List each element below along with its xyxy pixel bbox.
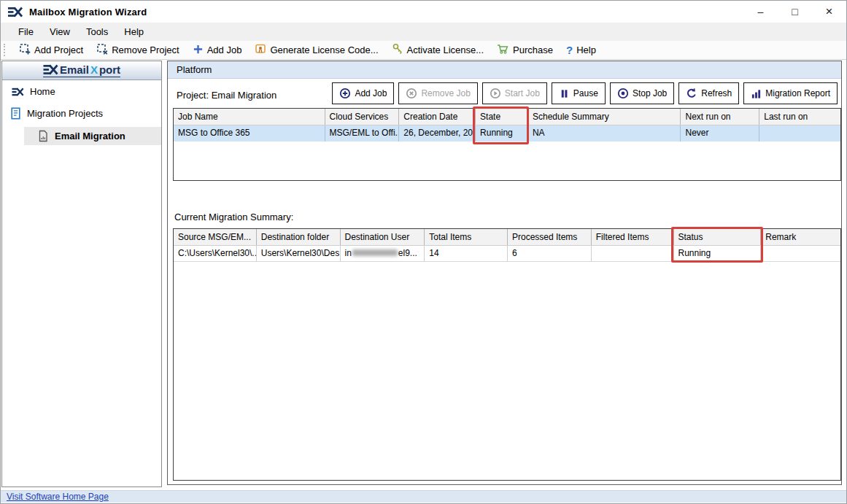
toolbar-remove-project[interactable]: Remove Project bbox=[90, 41, 185, 59]
cell-schedule-summary: NA bbox=[528, 125, 681, 141]
jobs-table: Job Name Cloud Services Creation Date St… bbox=[173, 108, 841, 181]
add-project-icon bbox=[19, 43, 31, 57]
cell-remark bbox=[761, 246, 840, 261]
panel-title: Platform bbox=[177, 64, 212, 75]
home-page-link[interactable]: Visit Software Home Page bbox=[7, 492, 109, 502]
sidebar-item-label: Home bbox=[30, 86, 55, 97]
pause-button[interactable]: Pause bbox=[552, 82, 606, 104]
toolbar-help-label: Help bbox=[576, 44, 596, 55]
toolbar-activate-license[interactable]: Activate License... bbox=[385, 41, 491, 59]
cell-cloud-services: MSG/EML to Offi... bbox=[325, 125, 400, 141]
app-window: Mailbox Migration Wizard – □ × File View… bbox=[0, 0, 847, 504]
toolbar-grip[interactable] bbox=[4, 44, 7, 56]
window-controls: – □ × bbox=[743, 1, 846, 23]
cell-filtered-items bbox=[592, 246, 674, 261]
start-job-button[interactable]: Start Job bbox=[482, 82, 547, 104]
refresh-button-label: Refresh bbox=[701, 88, 732, 98]
refresh-icon bbox=[686, 88, 697, 99]
sidebar: EmailXport Home Migration Pro bbox=[1, 61, 162, 487]
column-header-processed-items[interactable]: Processed Items bbox=[508, 229, 592, 245]
toolbar-remove-project-label: Remove Project bbox=[112, 44, 179, 55]
sidebar-item-label: Migration Projects bbox=[27, 108, 103, 119]
document-list-icon bbox=[10, 107, 21, 120]
column-header-filtered-items[interactable]: Filtered Items bbox=[592, 229, 674, 245]
cell-destination-folder: Users\Kernel30\Des... bbox=[257, 246, 341, 261]
menu-file[interactable]: File bbox=[10, 24, 42, 39]
summary-table: Source MSG/EM... Destination folder Dest… bbox=[173, 228, 841, 481]
circle-play-icon bbox=[490, 88, 501, 99]
column-header-last-run-on[interactable]: Last run on bbox=[759, 109, 840, 125]
main-panel: Platform Project: Email Migration Add Jo… bbox=[167, 61, 842, 485]
refresh-button[interactable]: Refresh bbox=[678, 82, 739, 104]
start-job-button-label: Start Job bbox=[505, 88, 540, 98]
migration-report-button[interactable]: Migration Report bbox=[743, 82, 838, 104]
stop-job-button-label: Stop Job bbox=[633, 88, 667, 98]
column-header-cloud-services[interactable]: Cloud Services bbox=[325, 109, 400, 125]
cell-next-run-on: Never bbox=[681, 125, 759, 141]
brand-accent: X bbox=[90, 63, 98, 76]
bar-chart-icon bbox=[751, 88, 762, 99]
column-header-state[interactable]: State bbox=[476, 109, 528, 125]
column-header-status[interactable]: Status bbox=[674, 229, 762, 245]
toolbar-add-project[interactable]: Add Project bbox=[12, 41, 90, 59]
add-job-button[interactable]: Add Job bbox=[332, 82, 394, 104]
toolbar-add-job-label: Add Job bbox=[207, 44, 242, 55]
brand-suffix: port bbox=[99, 63, 120, 76]
pause-icon bbox=[559, 88, 570, 99]
remove-project-icon bbox=[96, 43, 108, 57]
sidebar-item-home[interactable]: Home bbox=[12, 86, 55, 97]
ex-logo-icon bbox=[43, 64, 58, 75]
ex-logo-icon bbox=[12, 88, 24, 96]
add-job-button-label: Add Job bbox=[355, 88, 387, 98]
jobs-table-row[interactable]: MSG to Office 365 MSG/EML to Offi... 26,… bbox=[174, 125, 840, 141]
app-logo-icon bbox=[8, 7, 23, 18]
close-button[interactable]: × bbox=[812, 1, 846, 23]
toolbar-generate-license-label: Generate License Code... bbox=[270, 44, 378, 55]
menu-view[interactable]: View bbox=[42, 24, 78, 39]
toolbar-help[interactable]: ? Help bbox=[560, 41, 603, 59]
cart-icon bbox=[497, 43, 509, 57]
column-header-destination-folder[interactable]: Destination folder bbox=[257, 229, 341, 245]
column-header-creation-date[interactable]: Creation Date bbox=[399, 109, 476, 125]
menu-help[interactable]: Help bbox=[116, 24, 152, 39]
maximize-button[interactable]: □ bbox=[778, 1, 812, 23]
menu-tools[interactable]: Tools bbox=[78, 24, 116, 39]
cell-status: Running bbox=[674, 246, 762, 261]
plus-icon bbox=[193, 44, 204, 57]
stop-job-button[interactable]: Stop Job bbox=[610, 82, 674, 104]
key-icon bbox=[392, 43, 403, 57]
toolbar-purchase-label: Purchase bbox=[513, 44, 553, 55]
summary-table-row[interactable]: C:\Users\Kernel30\... Users\Kernel30\Des… bbox=[174, 246, 840, 262]
brand-logo: EmailXport bbox=[43, 63, 120, 77]
cell-destination-user: inel9... bbox=[341, 246, 425, 261]
destination-user-suffix: el9... bbox=[398, 248, 417, 258]
sidebar-item-migration-projects[interactable]: Migration Projects bbox=[10, 107, 103, 120]
action-button-row: Add Job Remove Job Sta bbox=[332, 82, 838, 104]
summary-table-header: Source MSG/EM... Destination folder Dest… bbox=[174, 229, 840, 246]
sidebar-item-email-migration[interactable]: Email Migration bbox=[24, 127, 161, 145]
toolbar-add-job[interactable]: Add Job bbox=[186, 41, 249, 59]
column-header-next-run-on[interactable]: Next run on bbox=[681, 109, 759, 125]
panel-header: Platform bbox=[168, 61, 841, 79]
status-bar: Visit Software Home Page bbox=[1, 490, 846, 503]
document-chart-icon bbox=[38, 130, 48, 142]
column-header-remark[interactable]: Remark bbox=[761, 229, 840, 245]
toolbar-purchase[interactable]: Purchase bbox=[490, 41, 560, 59]
remove-job-button[interactable]: Remove Job bbox=[398, 82, 477, 104]
cell-total-items: 14 bbox=[425, 246, 508, 261]
remove-job-button-label: Remove Job bbox=[421, 88, 470, 98]
column-header-destination-user[interactable]: Destination User bbox=[341, 229, 425, 245]
column-header-source[interactable]: Source MSG/EM... bbox=[174, 229, 257, 245]
toolbar-generate-license[interactable]: Generate License Code... bbox=[248, 41, 384, 59]
jobs-table-header: Job Name Cloud Services Creation Date St… bbox=[174, 109, 840, 125]
license-certificate-icon bbox=[255, 43, 266, 57]
column-header-schedule-summary[interactable]: Schedule Summary bbox=[528, 109, 681, 125]
title-bar: Mailbox Migration Wizard – □ × bbox=[1, 1, 846, 23]
destination-user-prefix: in bbox=[345, 248, 352, 258]
toolbar: Add Project Remove Project Add Job bbox=[1, 41, 846, 60]
column-header-total-items[interactable]: Total Items bbox=[425, 229, 508, 245]
sidebar-item-label: Email Migration bbox=[55, 131, 125, 141]
toolbar-activate-license-label: Activate License... bbox=[407, 44, 484, 55]
minimize-button[interactable]: – bbox=[743, 1, 778, 23]
column-header-job-name[interactable]: Job Name bbox=[174, 109, 325, 125]
